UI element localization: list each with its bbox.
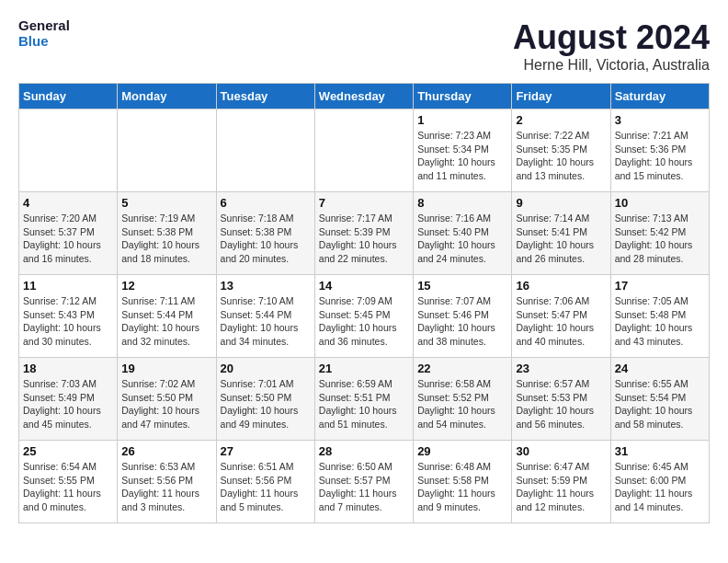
day-info: Sunrise: 7:11 AM Sunset: 5:44 PM Dayligh… — [121, 294, 211, 349]
calendar-cell-w3-d7: 17Sunrise: 7:05 AM Sunset: 5:48 PM Dayli… — [610, 275, 709, 358]
calendar-cell-w5-d7: 31Sunrise: 6:45 AM Sunset: 6:00 PM Dayli… — [610, 441, 709, 523]
day-number: 15 — [417, 279, 507, 293]
day-info: Sunrise: 7:14 AM Sunset: 5:41 PM Dayligh… — [516, 212, 606, 266]
calendar-cell-w4-d1: 18Sunrise: 7:03 AM Sunset: 5:49 PM Dayli… — [19, 358, 118, 441]
day-info: Sunrise: 7:05 AM Sunset: 5:48 PM Dayligh… — [615, 294, 705, 349]
day-info: Sunrise: 7:09 AM Sunset: 5:45 PM Dayligh… — [319, 294, 409, 349]
month-title: August 2024 — [513, 18, 710, 57]
calendar-cell-w2-d4: 7Sunrise: 7:17 AM Sunset: 5:39 PM Daylig… — [314, 192, 413, 275]
calendar-cell-w5-d6: 30Sunrise: 6:47 AM Sunset: 5:59 PM Dayli… — [512, 441, 610, 523]
calendar-cell-w1-d2 — [118, 109, 216, 192]
calendar-cell-w2-d1: 4Sunrise: 7:20 AM Sunset: 5:37 PM Daylig… — [19, 192, 118, 275]
day-number: 5 — [121, 196, 211, 210]
day-number: 25 — [23, 444, 113, 458]
day-number: 28 — [319, 444, 409, 458]
header-sunday: Sunday — [19, 84, 118, 109]
calendar: Sunday Monday Tuesday Wednesday Thursday… — [18, 83, 710, 523]
calendar-cell-w2-d7: 10Sunrise: 7:13 AM Sunset: 5:42 PM Dayli… — [610, 192, 709, 275]
day-number: 3 — [615, 113, 705, 127]
logo: General Blue General Blue — [18, 18, 70, 49]
day-info: Sunrise: 7:06 AM Sunset: 5:47 PM Dayligh… — [516, 294, 606, 349]
calendar-cell-w2-d3: 6Sunrise: 7:18 AM Sunset: 5:38 PM Daylig… — [216, 192, 314, 275]
day-info: Sunrise: 6:59 AM Sunset: 5:51 PM Dayligh… — [319, 377, 409, 431]
header: General Blue General Blue August 2024 He… — [18, 18, 710, 74]
calendar-cell-w4-d6: 23Sunrise: 6:57 AM Sunset: 5:53 PM Dayli… — [512, 358, 610, 441]
header-friday: Friday — [512, 84, 610, 109]
calendar-cell-w4-d3: 20Sunrise: 7:01 AM Sunset: 5:50 PM Dayli… — [216, 358, 314, 441]
day-number: 14 — [319, 279, 409, 293]
calendar-cell-w1-d1 — [19, 109, 118, 192]
header-wednesday: Wednesday — [314, 84, 413, 109]
header-tuesday: Tuesday — [216, 84, 314, 109]
day-info: Sunrise: 6:55 AM Sunset: 5:54 PM Dayligh… — [615, 377, 705, 431]
day-number: 19 — [121, 362, 211, 375]
day-info: Sunrise: 6:45 AM Sunset: 6:00 PM Dayligh… — [615, 460, 705, 514]
day-info: Sunrise: 7:12 AM Sunset: 5:43 PM Dayligh… — [23, 294, 113, 349]
calendar-cell-w5-d5: 29Sunrise: 6:48 AM Sunset: 5:58 PM Dayli… — [414, 441, 512, 523]
day-info: Sunrise: 7:13 AM Sunset: 5:42 PM Dayligh… — [615, 212, 705, 266]
day-info: Sunrise: 6:54 AM Sunset: 5:55 PM Dayligh… — [23, 460, 113, 514]
calendar-cell-w4-d5: 22Sunrise: 6:58 AM Sunset: 5:52 PM Dayli… — [414, 358, 512, 441]
title-area: August 2024 Herne Hill, Victoria, Austra… — [513, 18, 710, 74]
day-number: 6 — [221, 196, 311, 210]
day-number: 9 — [516, 196, 606, 210]
calendar-cell-w4-d4: 21Sunrise: 6:59 AM Sunset: 5:51 PM Dayli… — [314, 358, 413, 441]
calendar-cell-w2-d2: 5Sunrise: 7:19 AM Sunset: 5:38 PM Daylig… — [118, 192, 216, 275]
weekday-header-row: Sunday Monday Tuesday Wednesday Thursday… — [19, 84, 710, 109]
day-info: Sunrise: 7:23 AM Sunset: 5:34 PM Dayligh… — [417, 129, 507, 183]
day-info: Sunrise: 6:50 AM Sunset: 5:57 PM Dayligh… — [319, 460, 409, 514]
calendar-cell-w3-d6: 16Sunrise: 7:06 AM Sunset: 5:47 PM Dayli… — [512, 275, 610, 358]
calendar-cell-w3-d3: 13Sunrise: 7:10 AM Sunset: 5:44 PM Dayli… — [216, 275, 314, 358]
calendar-cell-w5-d3: 27Sunrise: 6:51 AM Sunset: 5:56 PM Dayli… — [216, 441, 314, 523]
day-number: 29 — [417, 444, 507, 458]
day-info: Sunrise: 6:57 AM Sunset: 5:53 PM Dayligh… — [516, 377, 606, 431]
header-saturday: Saturday — [610, 84, 709, 109]
calendar-cell-w1-d3 — [216, 109, 314, 192]
day-number: 13 — [221, 279, 311, 293]
logo-general: General — [18, 18, 70, 34]
calendar-cell-w4-d7: 24Sunrise: 6:55 AM Sunset: 5:54 PM Dayli… — [610, 358, 709, 441]
day-info: Sunrise: 7:02 AM Sunset: 5:50 PM Dayligh… — [121, 377, 211, 431]
calendar-cell-w5-d2: 26Sunrise: 6:53 AM Sunset: 5:56 PM Dayli… — [118, 441, 216, 523]
calendar-cell-w1-d6: 2Sunrise: 7:22 AM Sunset: 5:35 PM Daylig… — [512, 109, 610, 192]
calendar-cell-w1-d4 — [314, 109, 413, 192]
day-number: 30 — [516, 444, 606, 458]
day-number: 12 — [121, 279, 211, 293]
day-number: 23 — [516, 362, 606, 375]
day-number: 10 — [615, 196, 705, 210]
day-number: 22 — [417, 362, 507, 375]
day-info: Sunrise: 7:22 AM Sunset: 5:35 PM Dayligh… — [516, 129, 606, 183]
day-number: 21 — [319, 362, 409, 375]
day-number: 8 — [417, 196, 507, 210]
day-info: Sunrise: 7:07 AM Sunset: 5:46 PM Dayligh… — [417, 294, 507, 349]
day-number: 24 — [615, 362, 705, 375]
calendar-cell-w3-d2: 12Sunrise: 7:11 AM Sunset: 5:44 PM Dayli… — [118, 275, 216, 358]
calendar-cell-w3-d1: 11Sunrise: 7:12 AM Sunset: 5:43 PM Dayli… — [19, 275, 118, 358]
day-info: Sunrise: 6:51 AM Sunset: 5:56 PM Dayligh… — [221, 460, 311, 514]
day-number: 2 — [516, 113, 606, 127]
calendar-cell-w2-d6: 9Sunrise: 7:14 AM Sunset: 5:41 PM Daylig… — [512, 192, 610, 275]
week-row-3: 11Sunrise: 7:12 AM Sunset: 5:43 PM Dayli… — [19, 275, 710, 358]
week-row-2: 4Sunrise: 7:20 AM Sunset: 5:37 PM Daylig… — [19, 192, 710, 275]
day-number: 11 — [23, 279, 113, 293]
header-monday: Monday — [118, 84, 216, 109]
day-info: Sunrise: 7:01 AM Sunset: 5:50 PM Dayligh… — [221, 377, 311, 431]
calendar-cell-w2-d5: 8Sunrise: 7:16 AM Sunset: 5:40 PM Daylig… — [414, 192, 512, 275]
calendar-cell-w3-d4: 14Sunrise: 7:09 AM Sunset: 5:45 PM Dayli… — [314, 275, 413, 358]
calendar-cell-w1-d5: 1Sunrise: 7:23 AM Sunset: 5:34 PM Daylig… — [414, 109, 512, 192]
day-number: 20 — [221, 362, 311, 375]
day-info: Sunrise: 7:19 AM Sunset: 5:38 PM Dayligh… — [121, 212, 211, 266]
day-info: Sunrise: 7:17 AM Sunset: 5:39 PM Dayligh… — [319, 212, 409, 266]
header-thursday: Thursday — [414, 84, 512, 109]
day-number: 18 — [23, 362, 113, 375]
week-row-4: 18Sunrise: 7:03 AM Sunset: 5:49 PM Dayli… — [19, 358, 710, 441]
day-info: Sunrise: 7:21 AM Sunset: 5:36 PM Dayligh… — [615, 129, 705, 183]
logo-blue: Blue — [18, 34, 70, 50]
day-info: Sunrise: 7:03 AM Sunset: 5:49 PM Dayligh… — [23, 377, 113, 431]
day-number: 31 — [615, 444, 705, 458]
location: Herne Hill, Victoria, Australia — [513, 57, 710, 74]
day-info: Sunrise: 7:16 AM Sunset: 5:40 PM Dayligh… — [417, 212, 507, 266]
day-number: 16 — [516, 279, 606, 293]
week-row-5: 25Sunrise: 6:54 AM Sunset: 5:55 PM Dayli… — [19, 441, 710, 523]
calendar-cell-w1-d7: 3Sunrise: 7:21 AM Sunset: 5:36 PM Daylig… — [610, 109, 709, 192]
